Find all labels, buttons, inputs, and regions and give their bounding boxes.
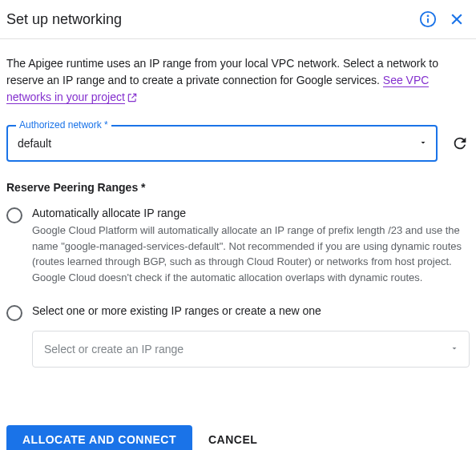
radio-auto-desc: Google Cloud Platform will automatically… <box>32 223 470 285</box>
allocate-and-connect-button[interactable]: ALLOCATE AND CONNECT <box>6 425 192 450</box>
radio-icon <box>6 207 22 223</box>
refresh-icon <box>451 135 469 152</box>
radio-existing-title: Select one or more existing IP ranges or… <box>32 304 470 317</box>
radio-content: Select one or more existing IP ranges or… <box>32 304 470 320</box>
authorized-network-value: default <box>18 137 51 150</box>
authorized-network-row: Authorized network * default <box>6 125 470 162</box>
svg-point-2 <box>428 15 429 16</box>
authorized-network-select[interactable]: Authorized network * default <box>6 125 438 162</box>
dialog-body: The Apigee runtime uses an IP range from… <box>0 39 476 374</box>
refresh-button[interactable] <box>450 134 470 153</box>
close-icon[interactable] <box>447 10 466 29</box>
external-link-icon <box>127 92 138 103</box>
intro-text: The Apigee runtime uses an IP range from… <box>6 55 470 106</box>
info-icon[interactable] <box>418 10 438 29</box>
radio-icon <box>6 305 22 321</box>
dialog-footer: ALLOCATE AND CONNECT CANCEL <box>0 419 476 450</box>
radio-auto-allocate[interactable]: Automatically allocate IP range Google C… <box>6 207 470 285</box>
peering-section-label: Reserve Peering Ranges * <box>6 181 470 194</box>
radio-existing-range[interactable]: Select one or more existing IP ranges or… <box>6 304 470 321</box>
intro-body: The Apigee runtime uses an IP range from… <box>6 57 438 86</box>
ip-range-select[interactable]: Select or create an IP range <box>32 331 470 368</box>
authorized-network-label: Authorized network * <box>16 119 111 131</box>
ip-range-placeholder: Select or create an IP range <box>44 343 184 356</box>
chevron-down-icon <box>418 137 428 150</box>
cancel-button[interactable]: CANCEL <box>208 433 257 446</box>
dialog-title: Set up networking <box>6 11 409 28</box>
radio-content: Automatically allocate IP range Google C… <box>32 207 470 285</box>
radio-auto-title: Automatically allocate IP range <box>32 207 470 219</box>
chevron-down-icon <box>450 343 459 356</box>
dialog-header: Set up networking <box>0 0 476 39</box>
